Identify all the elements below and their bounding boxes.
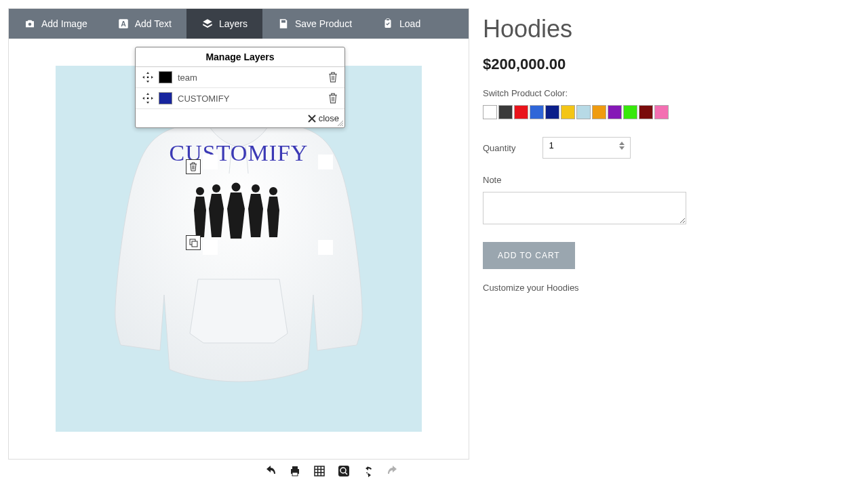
move-icon[interactable] bbox=[142, 72, 153, 83]
color-swatch[interactable] bbox=[498, 105, 513, 119]
color-swatch[interactable] bbox=[608, 105, 622, 119]
close-label: close bbox=[319, 113, 339, 123]
resize-handle-bl[interactable] bbox=[203, 240, 218, 255]
color-swatch[interactable] bbox=[623, 105, 637, 119]
color-swatch[interactable] bbox=[576, 105, 591, 119]
color-swatch[interactable] bbox=[639, 105, 653, 119]
layers-panel: Manage Layers team CUSTOMIFY close bbox=[135, 47, 345, 128]
resize-grip-icon[interactable] bbox=[338, 121, 343, 126]
color-switch-label: Switch Product Color: bbox=[483, 88, 860, 98]
add-image-label: Add Image bbox=[41, 18, 87, 29]
layer-row[interactable]: team bbox=[136, 67, 344, 88]
svg-rect-17 bbox=[292, 472, 298, 476]
quantity-value: 1 bbox=[549, 140, 553, 150]
product-title: Hoodies bbox=[483, 15, 860, 43]
zoom-button[interactable] bbox=[338, 465, 350, 477]
move-icon[interactable] bbox=[142, 93, 153, 104]
color-swatch[interactable] bbox=[545, 105, 559, 119]
svg-rect-5 bbox=[387, 19, 390, 21]
resize-handle-tl[interactable] bbox=[203, 155, 218, 169]
svg-point-6 bbox=[196, 187, 204, 195]
refresh-button[interactable] bbox=[362, 465, 374, 477]
color-swatch[interactable] bbox=[483, 105, 497, 119]
delete-selection-button[interactable] bbox=[186, 159, 201, 174]
color-swatch-row bbox=[483, 105, 860, 119]
clipboard-icon bbox=[382, 18, 394, 30]
load-button[interactable]: Load bbox=[367, 9, 435, 39]
layers-button[interactable]: Layers bbox=[186, 9, 262, 39]
svg-rect-12 bbox=[192, 241, 197, 247]
duplicate-selection-button[interactable] bbox=[186, 235, 201, 250]
copy-icon bbox=[189, 239, 198, 247]
layer-color-swatch bbox=[159, 71, 172, 83]
layer-name: CUSTOMIFY bbox=[178, 94, 229, 104]
add-to-cart-button[interactable]: ADD TO CART bbox=[483, 242, 575, 269]
delete-layer-button[interactable] bbox=[328, 72, 338, 83]
hoodie-image bbox=[96, 89, 381, 408]
editor-toolbar: Add Image A Add Text Layers Save Product… bbox=[9, 9, 469, 39]
product-sidebar: Hoodies $200,000.00 Switch Product Color… bbox=[483, 8, 860, 460]
quantity-label: Quantity bbox=[483, 143, 515, 153]
resize-handle-tr[interactable] bbox=[318, 155, 333, 169]
svg-rect-16 bbox=[292, 466, 298, 469]
bottom-toolbar bbox=[264, 465, 399, 477]
trash-icon bbox=[189, 162, 197, 171]
color-swatch[interactable] bbox=[654, 105, 669, 119]
product-description: Customize your Hoodies bbox=[483, 283, 860, 293]
add-text-label: Add Text bbox=[135, 18, 172, 29]
quantity-stepper[interactable]: 1 bbox=[542, 137, 631, 159]
text-icon: A bbox=[117, 18, 130, 30]
resize-handle-br[interactable] bbox=[318, 240, 333, 255]
save-label: Save Product bbox=[295, 18, 352, 29]
note-label: Note bbox=[483, 175, 860, 185]
svg-rect-3 bbox=[281, 20, 285, 23]
close-icon bbox=[308, 115, 316, 123]
svg-point-0 bbox=[28, 23, 32, 26]
svg-text:A: A bbox=[121, 20, 126, 28]
layer-row[interactable]: CUSTOMIFY bbox=[136, 88, 344, 109]
add-text-button[interactable]: A Add Text bbox=[102, 9, 186, 39]
load-label: Load bbox=[399, 18, 420, 29]
camera-icon bbox=[24, 18, 36, 30]
color-swatch[interactable] bbox=[592, 105, 606, 119]
svg-point-13 bbox=[147, 77, 149, 79]
product-price: $200,000.00 bbox=[483, 56, 860, 73]
color-swatch[interactable] bbox=[514, 105, 528, 119]
undo-button[interactable] bbox=[264, 465, 277, 477]
selection-box[interactable] bbox=[210, 162, 326, 247]
print-button[interactable] bbox=[289, 465, 301, 477]
svg-point-14 bbox=[147, 98, 149, 100]
color-swatch[interactable] bbox=[561, 105, 575, 119]
delete-layer-button[interactable] bbox=[328, 93, 338, 104]
close-layers-button[interactable]: close bbox=[136, 109, 344, 127]
step-down-icon[interactable] bbox=[619, 146, 625, 150]
color-swatch[interactable] bbox=[530, 105, 544, 119]
add-image-button[interactable]: Add Image bbox=[9, 9, 102, 39]
layers-label: Layers bbox=[219, 18, 248, 29]
redo-button[interactable] bbox=[387, 465, 399, 477]
layers-icon bbox=[201, 18, 214, 30]
grid-button[interactable] bbox=[313, 465, 326, 477]
save-product-button[interactable]: Save Product bbox=[262, 9, 367, 39]
note-textarea[interactable] bbox=[483, 192, 686, 224]
layer-name: team bbox=[178, 73, 197, 83]
design-editor: Add Image A Add Text Layers Save Product… bbox=[8, 8, 469, 460]
save-icon bbox=[277, 18, 290, 30]
layers-panel-title: Manage Layers bbox=[136, 47, 344, 67]
layer-color-swatch bbox=[159, 92, 172, 104]
